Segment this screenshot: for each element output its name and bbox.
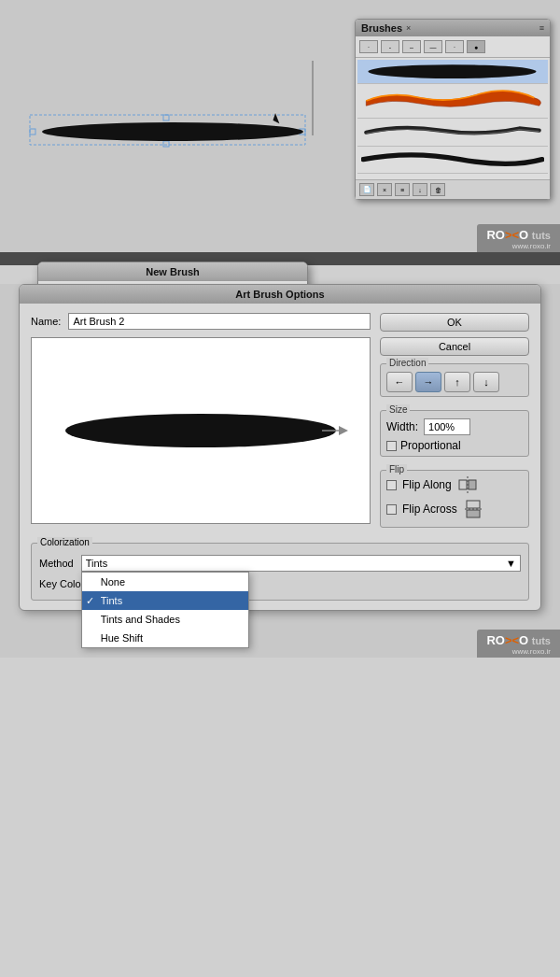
width-label: Width: (386, 420, 418, 433)
method-select-display[interactable]: Tints ▼ (81, 555, 521, 572)
abo-right-panel: OK Cancel Direction ← → ↑ ↓ Size (380, 313, 529, 533)
abo-title: Art Brush Options (20, 285, 540, 304)
roxo-tuts-top: tuts (532, 230, 551, 241)
flip-along-checkbox[interactable] (386, 480, 397, 490)
svg-rect-14 (469, 480, 476, 489)
key-color-label: Key Color (39, 578, 84, 589)
dir-left-button[interactable]: ← (386, 372, 413, 392)
dropdown-tints[interactable]: ✓ Tints (82, 591, 248, 610)
flip-along-label: Flip Along (402, 478, 452, 491)
direction-group: Direction ← → ↑ ↓ (380, 363, 529, 397)
brush-item-1[interactable] (357, 60, 548, 84)
direction-title: Direction (386, 358, 428, 368)
canvas-brush-shape (28, 107, 308, 157)
abo-body: Name: OK Cancel (20, 304, 540, 543)
flip-across-label: Flip Across (402, 503, 457, 516)
width-input[interactable] (424, 418, 470, 435)
brushes-footer-icons: 📄 × ≡ ↓ 🗑 (359, 183, 445, 196)
roxo-logo-top: RO><O tuts www.roxo.ir (477, 224, 560, 252)
brushes-panel: Brushes × ≡ · - – — · ● (355, 19, 551, 200)
proportional-label: Proportional (400, 439, 461, 452)
dir-down-button[interactable]: ↓ (473, 372, 499, 392)
brush-type-icons: · - – — · ● (356, 36, 550, 58)
brush-dot-4[interactable]: — (424, 40, 442, 53)
roxo-url-bottom: www.roxo.ir (486, 647, 551, 656)
delete-brush-icon[interactable]: × (377, 183, 392, 196)
method-selected-value: Tints (86, 558, 107, 569)
svg-rect-17 (467, 510, 480, 517)
method-dropdown-arrow: ▼ (506, 558, 516, 569)
abo-cancel-button[interactable]: Cancel (380, 337, 529, 356)
brush-dot-2[interactable]: - (381, 40, 399, 53)
brushes-panel-controls: ≡ (539, 23, 544, 33)
dir-right-button[interactable]: → (415, 372, 441, 392)
method-label: Method (39, 558, 74, 569)
flip-along-row: Flip Along (386, 474, 523, 495)
direction-buttons: ← → ↑ ↓ (386, 372, 523, 392)
size-row: Width: (386, 418, 523, 435)
brushes-titlebar: Brushes × ≡ (356, 20, 550, 36)
brush-item-3[interactable] (357, 119, 548, 147)
dropdown-tints-shades[interactable]: Tints and Shades (82, 610, 248, 629)
brushes-footer: 📄 × ≡ ↓ 🗑 (356, 179, 550, 199)
proportional-row: Proportional (386, 439, 523, 452)
svg-rect-5 (163, 141, 169, 147)
abo-preview-box (31, 337, 371, 524)
abo-left-panel: Name: (31, 313, 371, 533)
brush-item-2[interactable] (357, 84, 548, 119)
new-brush-icon[interactable]: 📄 (359, 183, 374, 196)
roxo-url-top: www.roxo.ir (486, 242, 551, 250)
proportional-checkbox[interactable] (386, 441, 397, 451)
colorization-container: Colorization Method Tints ▼ None (31, 543, 529, 601)
brush-item-4[interactable] (357, 147, 548, 173)
flip-along-icon (457, 474, 478, 495)
roxo-brand-top: RO><O tuts (486, 228, 551, 242)
brush-dot-6[interactable]: ● (467, 40, 485, 53)
abo-ok-button[interactable]: OK (380, 313, 529, 332)
flip-group: Flip Flip Along (380, 470, 529, 528)
size-title: Size (386, 404, 410, 415)
art-brush-options-dialog: Art Brush Options Name: (19, 284, 541, 611)
roxo-brand-bottom: RO><O tuts (486, 633, 551, 647)
svg-rect-13 (459, 480, 467, 489)
canvas-area: Brushes × ≡ · - – — · ● (0, 0, 560, 252)
dropdown-hue-shift[interactable]: Hue Shift (82, 629, 248, 647)
flip-across-checkbox[interactable] (386, 504, 397, 515)
brushes-list (356, 58, 550, 179)
dropdown-none-label: None (101, 576, 125, 588)
dropdown-none[interactable]: None (82, 573, 248, 591)
svg-marker-7 (273, 112, 280, 124)
brush-dot-5[interactable]: · (445, 40, 464, 53)
bottom-section: Art Brush Options Name: (0, 284, 560, 658)
brushes-panel-title: Brushes (361, 22, 402, 34)
colorization-title: Colorization (37, 537, 92, 547)
brush-dot-3[interactable]: – (402, 40, 421, 53)
close-tab-icon[interactable]: × (406, 23, 411, 33)
abo-name-row: Name: (31, 313, 371, 330)
method-select-container: Tints ▼ None ✓ Tints (81, 555, 521, 572)
dropdown-tints-label: Tints (101, 595, 122, 606)
svg-marker-12 (339, 426, 348, 435)
roxo-logo-bottom: RO><O tuts www.roxo.ir (477, 630, 560, 658)
flip-across-icon (463, 499, 483, 519)
flip-title: Flip (386, 464, 407, 474)
brush-options-icon[interactable]: ≡ (395, 183, 410, 196)
size-group: Size Width: Proportional (380, 410, 529, 457)
svg-rect-16 (467, 501, 480, 508)
dropdown-tints-check: ✓ (86, 595, 94, 607)
dir-up-button[interactable]: ↑ (444, 372, 470, 392)
svg-point-6 (42, 122, 303, 141)
roxo-arrow-bottom: >< (505, 633, 519, 647)
svg-rect-4 (163, 115, 169, 120)
import-brush-icon[interactable]: ↓ (413, 183, 427, 196)
abo-name-input[interactable] (68, 313, 371, 330)
dropdown-tints-shades-label: Tints and Shades (101, 614, 180, 625)
brush-dot-1[interactable]: · (359, 40, 378, 53)
svg-point-9 (368, 64, 536, 78)
roxo-arrow-top: >< (505, 228, 519, 242)
abo-button-row: OK Cancel (380, 313, 529, 356)
new-brush-dialog-title: New Brush (38, 262, 307, 281)
flip-across-row: Flip Across (386, 499, 523, 519)
export-brush-icon[interactable]: 🗑 (430, 183, 445, 196)
svg-rect-1 (30, 129, 35, 135)
